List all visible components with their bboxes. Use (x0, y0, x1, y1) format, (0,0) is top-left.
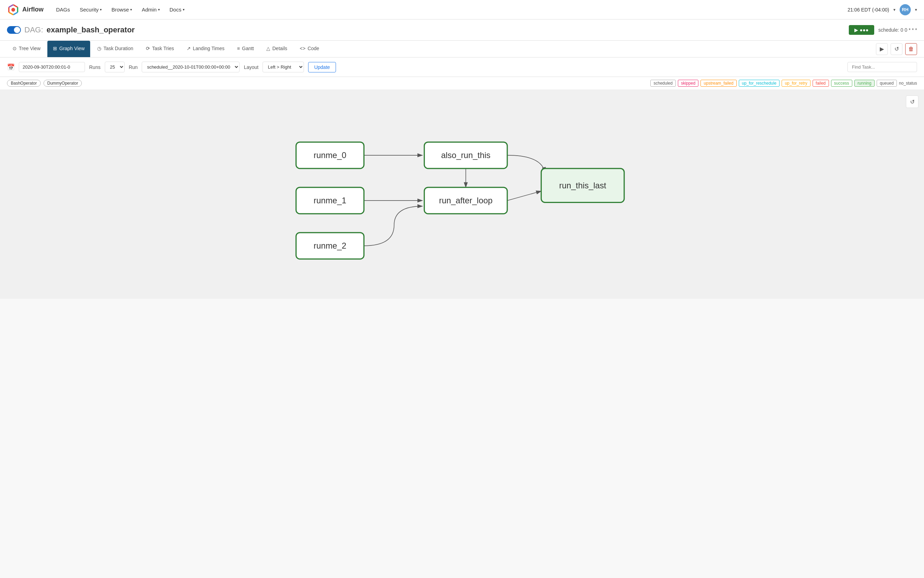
user-avatar[interactable]: RH (900, 4, 911, 15)
find-task-input[interactable] (848, 62, 917, 72)
nav-dags[interactable]: DAGs (52, 4, 74, 15)
tab-graph-view-label: Graph View (59, 45, 84, 51)
task-node-run-this-last[interactable]: run_this_last (541, 169, 624, 203)
tab-gantt-label: Gantt (242, 45, 254, 51)
dag-toggle[interactable] (7, 26, 21, 34)
details-icon: △ (266, 45, 270, 51)
navbar: Airflow DAGs Security Browse Admin Docs … (0, 0, 924, 19)
schedule-badge[interactable]: ▶ ●●● (849, 25, 874, 35)
tab-task-tries-label: Task Tries (152, 45, 174, 51)
layout-label: Layout (244, 65, 258, 70)
code-icon: <> (300, 45, 305, 51)
tab-gantt[interactable]: ≡ Gantt (232, 41, 259, 57)
status-scheduled[interactable]: scheduled (650, 80, 676, 87)
tab-tree-view[interactable]: ⊙ Tree View (7, 41, 46, 57)
refresh-button[interactable]: ↺ (891, 43, 903, 55)
nav-security[interactable]: Security (76, 4, 106, 15)
status-queued[interactable]: queued (877, 80, 897, 87)
controls-bar: 📅 Runs 25 Run scheduled__2020-10-01T00:0… (0, 57, 924, 77)
tab-code-label: Code (307, 45, 319, 51)
status-no-status: no_status (899, 81, 917, 86)
nav-docs[interactable]: Docs (165, 4, 189, 15)
airflow-logo-icon (7, 3, 19, 16)
dag-graph: runme_0 runme_1 runme_2 also_run_this ru… (7, 97, 917, 278)
tab-task-duration-label: Task Duration (104, 45, 133, 51)
page-header: DAG: example_bash_operator ▶ ●●● schedul… (0, 19, 924, 41)
gantt-icon: ≡ (237, 45, 240, 51)
tab-task-tries[interactable]: ⟳ Task Tries (140, 41, 180, 57)
tab-landing-times[interactable]: ↗ Landing Times (181, 41, 230, 57)
dag-toggle-knob (14, 27, 20, 33)
status-skipped[interactable]: skipped (678, 80, 699, 87)
nav-links: DAGs Security Browse Admin Docs (52, 4, 839, 15)
tab-graph-view[interactable]: ⊞ Graph View (47, 41, 90, 57)
svg-text:run_after_loop: run_after_loop (439, 196, 493, 205)
task-duration-icon: ◷ (97, 45, 101, 51)
tab-code[interactable]: <> Code (294, 41, 325, 57)
calendar-icon: 📅 (7, 63, 15, 71)
badges-row: BashOperator DummyOperator scheduled ski… (0, 77, 924, 90)
schedule-text: schedule: 0 0 * * * (879, 27, 917, 33)
edge-runafter-last (507, 191, 541, 201)
tab-details[interactable]: △ Details (261, 41, 293, 57)
nav-admin[interactable]: Admin (138, 4, 164, 15)
tab-details-label: Details (272, 45, 287, 51)
dag-label: DAG: (24, 25, 43, 34)
status-failed[interactable]: failed (812, 80, 829, 87)
nav-browse[interactable]: Browse (107, 4, 136, 15)
edge-also-last (507, 155, 545, 172)
bash-operator-badge[interactable]: BashOperator (7, 80, 41, 87)
status-badges: scheduled skipped upstream_failed up_for… (650, 80, 917, 87)
task-node-runme0[interactable]: runme_0 (296, 142, 364, 169)
dag-title: DAG: example_bash_operator (7, 25, 135, 34)
task-node-run-after-loop[interactable]: run_after_loop (425, 187, 507, 214)
svg-text:also_run_this: also_run_this (441, 150, 491, 160)
tab-task-duration[interactable]: ◷ Task Duration (92, 41, 139, 57)
delete-button[interactable]: 🗑 (905, 43, 917, 55)
svg-text:runme_2: runme_2 (314, 241, 347, 250)
graph-view-icon: ⊞ (53, 45, 57, 51)
svg-text:runme_0: runme_0 (314, 150, 347, 160)
status-running[interactable]: running (854, 80, 875, 87)
brand-name: Airflow (22, 6, 44, 13)
status-up-for-retry[interactable]: up_for_retry (781, 80, 811, 87)
tabs-bar: ⊙ Tree View ⊞ Graph View ◷ Task Duration… (0, 41, 924, 57)
tab-actions: ▶ ↺ 🗑 (876, 43, 917, 55)
layout-select[interactable]: Left > Right Top > Bottom (263, 62, 304, 72)
tree-view-icon: ⊙ (13, 45, 17, 51)
status-success[interactable]: success (831, 80, 852, 87)
tabs: ⊙ Tree View ⊞ Graph View ◷ Task Duration… (7, 41, 325, 57)
runs-select[interactable]: 25 (105, 62, 125, 72)
run-button[interactable]: ▶ (876, 43, 888, 55)
run-select[interactable]: scheduled__2020-10-01T00:00:00+00:00 (142, 62, 240, 72)
task-tries-icon: ⟳ (146, 45, 150, 51)
svg-point-1 (11, 8, 15, 11)
date-input[interactable] (19, 62, 85, 72)
dag-name: example_bash_operator (47, 25, 135, 34)
graph-refresh-button[interactable]: ↺ (906, 96, 918, 108)
landing-times-icon: ↗ (186, 45, 191, 51)
tab-landing-times-label: Landing Times (193, 45, 225, 51)
status-upstream-failed[interactable]: upstream_failed (700, 80, 736, 87)
dummy-operator-badge[interactable]: DummyOperator (44, 80, 82, 87)
brand-logo[interactable]: Airflow (7, 3, 44, 16)
graph-area: ↺ runme_0 (0, 90, 924, 299)
header-right: ▶ ●●● schedule: 0 0 * * * (849, 25, 917, 35)
svg-text:run_this_last: run_this_last (559, 181, 606, 190)
task-node-runme1[interactable]: runme_1 (296, 187, 364, 214)
update-button[interactable]: Update (308, 62, 336, 72)
run-label: Run (129, 65, 138, 70)
tab-tree-view-label: Tree View (19, 45, 41, 51)
task-node-runme2[interactable]: runme_2 (296, 232, 364, 259)
task-node-also-run-this[interactable]: also_run_this (425, 142, 507, 169)
nav-right: 21:06 EDT (-04:00) ▾ RH ▾ (848, 4, 917, 15)
edge-runme2-runafter (364, 206, 422, 246)
nav-time[interactable]: 21:06 EDT (-04:00) (848, 7, 889, 13)
svg-text:runme_1: runme_1 (314, 196, 347, 205)
status-up-for-reschedule[interactable]: up_for_reschedule (739, 80, 780, 87)
runs-label: Runs (89, 65, 101, 70)
schedule-btn-text: ▶ ●●● (854, 27, 868, 33)
